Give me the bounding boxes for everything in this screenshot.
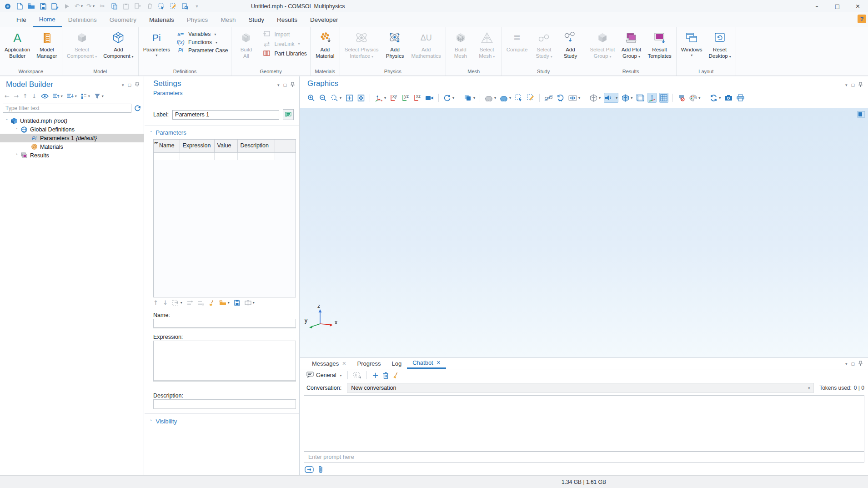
- tab-results[interactable]: Results: [271, 12, 304, 27]
- tab-mesh[interactable]: Mesh: [214, 12, 242, 27]
- windows-button[interactable]: Windows ▾: [678, 28, 706, 58]
- reset-desktop-button[interactable]: Reset Desktop▾: [706, 28, 734, 60]
- reset-hiding-icon[interactable]: [556, 93, 565, 103]
- panel-pin-icon[interactable]: [858, 361, 863, 367]
- panel-pin-icon[interactable]: [858, 82, 863, 88]
- tab-materials[interactable]: Materials: [143, 12, 181, 27]
- add-material-button[interactable]: Add Material: [312, 28, 338, 60]
- tree-item-global-definitions[interactable]: ˅ Global Definitions: [0, 125, 144, 134]
- select-plot-group-button[interactable]: Select Plot Group▾: [587, 28, 618, 60]
- move-to-icon[interactable]: ▾: [172, 300, 182, 306]
- parameter-case-button[interactable]: Pi Parameter Case: [175, 47, 228, 54]
- zoom-extents-icon[interactable]: [345, 93, 354, 103]
- livelink-button[interactable]: ⇄ LiveLink▾: [261, 40, 306, 48]
- model-manager-button[interactable]: Model Manager: [33, 28, 60, 60]
- description-input[interactable]: [153, 399, 296, 409]
- label-input[interactable]: [172, 110, 279, 120]
- camera-icon[interactable]: [425, 93, 434, 103]
- undo-menu-chevron-icon[interactable]: ▾: [81, 4, 83, 8]
- zoom-selected-icon[interactable]: [356, 93, 366, 103]
- panel-float-icon[interactable]: ▢: [851, 362, 855, 366]
- application-builder-button[interactable]: A Application Builder: [1, 28, 33, 60]
- snapshot-icon[interactable]: [724, 93, 733, 103]
- tab-chatbot[interactable]: Chatbot✕: [407, 358, 446, 369]
- back-icon[interactable]: ←: [5, 93, 10, 100]
- build-mesh-button[interactable]: Build Mesh: [447, 28, 474, 60]
- show-icon[interactable]: [41, 94, 49, 99]
- tree-item-parameters[interactable]: Pi Parameters 1{default}: [0, 134, 144, 142]
- tab-geometry[interactable]: Geometry: [103, 12, 143, 27]
- minimize-button[interactable]: –: [807, 0, 827, 12]
- import-button[interactable]: Import: [261, 31, 306, 38]
- hide-labels-icon[interactable]: [677, 93, 686, 103]
- select-component-button[interactable]: Select Component▾: [64, 28, 100, 60]
- load-from-file-icon[interactable]: ▾: [219, 300, 230, 306]
- refresh-icon[interactable]: [134, 105, 141, 112]
- add-physics-button[interactable]: Add Physics: [382, 28, 408, 60]
- tab-progress[interactable]: Progress: [351, 358, 386, 369]
- tree-item-materials[interactable]: Materials: [0, 142, 144, 151]
- panel-menu-chevron-icon[interactable]: ▾: [277, 83, 280, 87]
- move-down-icon[interactable]: ↓: [32, 93, 37, 100]
- copy-button[interactable]: [109, 1, 119, 11]
- clip-region-icon[interactable]: ▾: [499, 93, 512, 103]
- delete-expression-icon[interactable]: [198, 300, 204, 306]
- clear-selection-button[interactable]: [168, 1, 178, 11]
- conversation-dropdown[interactable]: New conversation ▾: [347, 383, 814, 393]
- insert-prompt-icon[interactable]: [353, 372, 361, 378]
- zoom-out-icon[interactable]: [318, 93, 327, 103]
- update-icon[interactable]: ▾: [709, 93, 721, 103]
- chevron-right-icon[interactable]: ˃: [14, 153, 20, 158]
- panel-menu-chevron-icon[interactable]: ▾: [845, 83, 848, 87]
- close-button[interactable]: ✕: [848, 0, 868, 12]
- tree-item-root[interactable]: ˅ Untitled.mph(root): [0, 116, 144, 125]
- move-down-icon[interactable]: ↓: [163, 299, 168, 306]
- filter-input[interactable]: [3, 104, 131, 113]
- move-up-icon[interactable]: ↑: [153, 299, 158, 306]
- send-icon[interactable]: [305, 466, 314, 474]
- run-button[interactable]: [62, 1, 72, 11]
- wireframe-icon[interactable]: ▾: [589, 93, 601, 103]
- print-icon[interactable]: [736, 93, 745, 103]
- name-input[interactable]: [153, 319, 296, 328]
- forward-icon[interactable]: →: [14, 93, 19, 100]
- tree-item-results[interactable]: ˃ Results: [0, 151, 144, 160]
- tab-physics[interactable]: Physics: [181, 12, 215, 27]
- visibility-icon[interactable]: ▾: [568, 93, 581, 103]
- save-button[interactable]: [38, 1, 48, 11]
- redo-menu-chevron-icon[interactable]: ▾: [93, 4, 95, 8]
- expression-input[interactable]: [153, 341, 296, 382]
- sound-icon[interactable]: ▾: [604, 93, 618, 103]
- clear-conversation-icon[interactable]: [393, 372, 399, 378]
- parameters-section-header[interactable]: ˅ Parameters: [150, 129, 186, 136]
- tab-definitions[interactable]: Definitions: [62, 12, 103, 27]
- select-box-icon[interactable]: [514, 93, 523, 103]
- col-header-description[interactable]: Description: [237, 140, 275, 153]
- customize-toolbar-button[interactable]: ▾: [192, 1, 202, 11]
- clear-table-icon[interactable]: [209, 300, 215, 306]
- parameters-button[interactable]: Pi Parameters ▾: [140, 28, 173, 58]
- cut-button[interactable]: ✂: [97, 1, 107, 11]
- select-physics-interface-button[interactable]: Select Physics Interface▾: [341, 28, 382, 60]
- panel-pin-icon[interactable]: [135, 82, 139, 88]
- rename-note-button[interactable]: [283, 109, 294, 120]
- tab-log[interactable]: Log: [386, 358, 407, 369]
- zoom-in-icon[interactable]: [306, 93, 316, 103]
- delete-button[interactable]: [145, 1, 155, 11]
- view-xy-icon[interactable]: xy: [389, 93, 398, 103]
- table-corner-icon[interactable]: ▸▸: [155, 141, 158, 145]
- panel-menu-chevron-icon[interactable]: ▾: [845, 362, 848, 366]
- table-empty-row[interactable]: [154, 153, 296, 160]
- scene-light-icon[interactable]: ▾: [621, 93, 633, 103]
- view-yz-icon[interactable]: yz: [401, 93, 410, 103]
- parameters-table[interactable]: ▸▸ Name Expression Value Description: [153, 139, 296, 297]
- undo-button[interactable]: ↶▾: [74, 1, 84, 11]
- panel-pin-icon[interactable]: [291, 82, 295, 88]
- view-xz-icon[interactable]: xz: [413, 93, 422, 103]
- expand-all-icon[interactable]: ▾: [67, 93, 77, 99]
- panel-float-icon[interactable]: ▢: [283, 83, 287, 87]
- part-libraries-button[interactable]: Part Libraries: [261, 50, 306, 57]
- transparency-icon[interactable]: ▾: [463, 93, 476, 103]
- build-all-button[interactable]: Build All: [233, 28, 259, 60]
- save-as-button[interactable]: [50, 1, 60, 11]
